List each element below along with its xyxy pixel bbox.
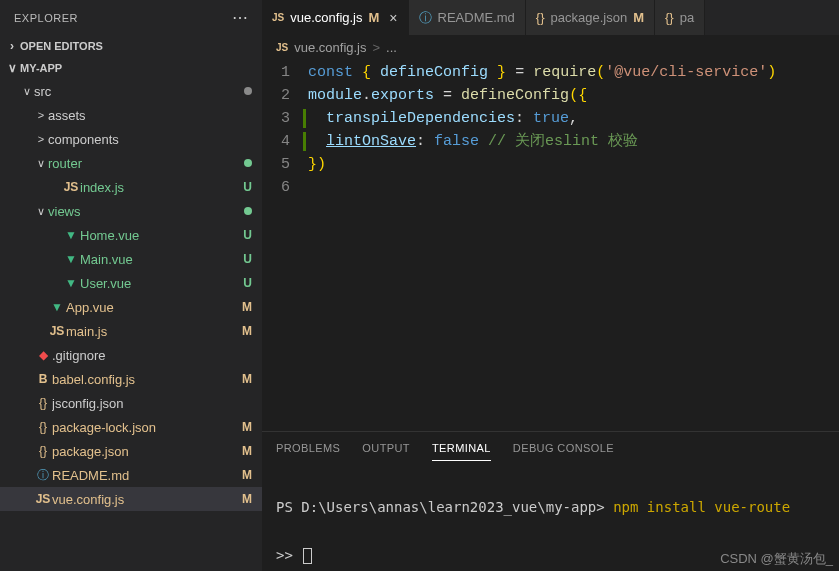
git-badge: M (242, 300, 252, 314)
tree-item--gitignore[interactable]: ◆.gitignore (0, 343, 262, 367)
git-badge: M (633, 10, 644, 25)
file-icon: ▼ (62, 228, 80, 242)
section-label: OPEN EDITORS (20, 40, 103, 52)
line-number: 1 (262, 61, 308, 84)
panel-tab-problems[interactable]: PROBLEMS (276, 438, 340, 461)
tree-item-babel-config-js[interactable]: Bbabel.config.jsM (0, 367, 262, 391)
tree-item-label: App.vue (66, 300, 236, 315)
tree-item-main-vue[interactable]: ▼Main.vueU (0, 247, 262, 271)
tree-item-home-vue[interactable]: ▼Home.vueU (0, 223, 262, 247)
file-icon: {} (34, 396, 52, 410)
file-icon: {} (34, 444, 52, 458)
breadcrumb[interactable]: JS vue.config.js > ... (262, 35, 839, 59)
file-icon: JS (34, 492, 52, 506)
tree-item-router[interactable]: ∨router (0, 151, 262, 175)
explorer-title: EXPLORER (14, 12, 232, 24)
tree-item-label: vue.config.js (52, 492, 236, 507)
breadcrumb-sep: > (373, 40, 381, 55)
close-icon[interactable]: × (389, 10, 397, 26)
terminal-line: >> (276, 547, 825, 564)
status-dot-icon (244, 207, 252, 215)
panel-tabs: PROBLEMSOUTPUTTERMINALDEBUG CONSOLE (262, 432, 839, 461)
code-line[interactable]: transpileDependencies: true, (308, 107, 839, 130)
file-icon: ⓘ (419, 9, 432, 27)
file-icon: ▼ (62, 276, 80, 290)
chevron-down-icon: ∨ (34, 157, 48, 170)
tree-item-label: jsconfig.json (52, 396, 252, 411)
git-badge: U (243, 180, 252, 194)
line-number: 4 (262, 130, 308, 153)
file-icon: {} (536, 10, 545, 25)
tree-item-label: Home.vue (80, 228, 237, 243)
tree-item-package-lock-json[interactable]: {}package-lock.jsonM (0, 415, 262, 439)
line-number: 5 (262, 153, 308, 176)
tree-item-vue-config-js[interactable]: JSvue.config.jsM (0, 487, 262, 511)
open-editors-section[interactable]: › OPEN EDITORS (0, 35, 262, 57)
tree-item-label: components (48, 132, 252, 147)
tree-item-label: package-lock.json (52, 420, 236, 435)
bottom-panel: PROBLEMSOUTPUTTERMINALDEBUG CONSOLE PS D… (262, 431, 839, 571)
file-icon: {} (34, 420, 52, 434)
code-editor[interactable]: 123456 const { defineConfig } = require(… (262, 59, 839, 431)
tab-label: package.json (551, 10, 628, 25)
code-line[interactable] (308, 176, 839, 199)
explorer-sidebar: EXPLORER ⋯ › OPEN EDITORS ∨ MY-APP ∨src>… (0, 0, 262, 571)
line-gutter: 123456 (262, 59, 308, 431)
code-line[interactable]: const { defineConfig } = require('@vue/c… (308, 61, 839, 84)
tree-item-label: babel.config.js (52, 372, 236, 387)
panel-tab-debug-console[interactable]: DEBUG CONSOLE (513, 438, 614, 461)
line-number: 3 (262, 107, 308, 130)
terminal[interactable]: PS D:\Users\annas\learn2023_vue\my-app> … (262, 461, 839, 571)
more-icon[interactable]: ⋯ (232, 8, 249, 27)
editor-tab[interactable]: JSvue.config.jsM× (262, 0, 409, 35)
git-badge: M (242, 324, 252, 338)
explorer-header: EXPLORER ⋯ (0, 0, 262, 35)
tree-item-label: main.js (66, 324, 236, 339)
editor-tab[interactable]: ⓘREADME.md (409, 0, 526, 35)
tree-item-label: Main.vue (80, 252, 237, 267)
project-section[interactable]: ∨ MY-APP (0, 57, 262, 79)
file-icon: JS (48, 324, 66, 338)
file-icon: JS (62, 180, 80, 194)
git-badge: U (243, 252, 252, 266)
git-badge: M (242, 468, 252, 482)
tree-item-user-vue[interactable]: ▼User.vueU (0, 271, 262, 295)
git-badge: U (243, 276, 252, 290)
git-badge: M (242, 492, 252, 506)
section-label: MY-APP (20, 62, 62, 74)
chevron-right-icon: > (34, 109, 48, 121)
tree-item-components[interactable]: >components (0, 127, 262, 151)
file-icon: B (34, 372, 52, 386)
tree-item-label: views (48, 204, 238, 219)
tab-bar: JSvue.config.jsM×ⓘREADME.md{}package.jso… (262, 0, 839, 35)
tree-item-app-vue[interactable]: ▼App.vueM (0, 295, 262, 319)
panel-tab-output[interactable]: OUTPUT (362, 438, 410, 461)
tree-item-label: router (48, 156, 238, 171)
tree-item-package-json[interactable]: {}package.jsonM (0, 439, 262, 463)
editor-tab[interactable]: {}package.jsonM (526, 0, 655, 35)
code-line[interactable]: lintOnSave: false // 关闭eslint 校验 (308, 130, 839, 153)
tree-item-jsconfig-json[interactable]: {}jsconfig.json (0, 391, 262, 415)
code-line[interactable]: module.exports = defineConfig({ (308, 84, 839, 107)
tree-item-readme-md[interactable]: ⓘREADME.mdM (0, 463, 262, 487)
git-badge: M (369, 10, 380, 25)
tree-item-index-js[interactable]: JSindex.jsU (0, 175, 262, 199)
tree-item-assets[interactable]: >assets (0, 103, 262, 127)
tree-item-src[interactable]: ∨src (0, 79, 262, 103)
git-badge: M (242, 444, 252, 458)
file-icon: ◆ (34, 348, 52, 362)
editor-area: JSvue.config.jsM×ⓘREADME.md{}package.jso… (262, 0, 839, 571)
file-tree: ∨src>assets>components∨routerJSindex.jsU… (0, 79, 262, 571)
editor-tab[interactable]: {}pa (655, 0, 705, 35)
line-number: 6 (262, 176, 308, 199)
terminal-line: PS D:\Users\annas\learn2023_vue\my-app> … (276, 499, 825, 515)
tree-item-label: README.md (52, 468, 236, 483)
code-line[interactable]: }) (308, 153, 839, 176)
tree-item-main-js[interactable]: JSmain.jsM (0, 319, 262, 343)
code-content[interactable]: const { defineConfig } = require('@vue/c… (308, 59, 839, 431)
panel-tab-terminal[interactable]: TERMINAL (432, 438, 491, 461)
git-badge: U (243, 228, 252, 242)
file-icon: JS (272, 12, 284, 23)
tree-item-views[interactable]: ∨views (0, 199, 262, 223)
tab-label: README.md (438, 10, 515, 25)
